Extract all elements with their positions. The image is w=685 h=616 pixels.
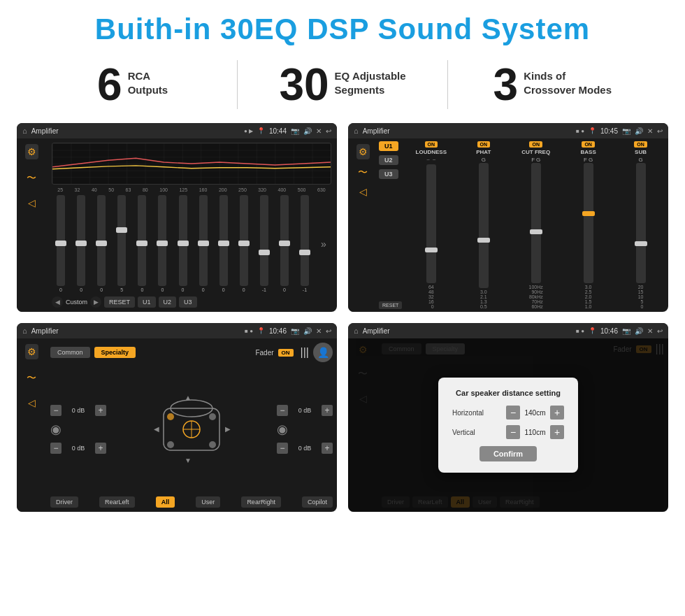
stat-divider-1 xyxy=(237,60,238,109)
eq-slider-1: 0 xyxy=(57,195,65,292)
reset-button-xover[interactable]: RESET xyxy=(379,301,402,309)
user-button[interactable]: User xyxy=(196,496,220,508)
u1-button-xover[interactable]: U1 xyxy=(379,141,398,151)
eq-slider-13: -1 xyxy=(301,195,309,292)
home-icon-3[interactable]: ⌂ xyxy=(22,327,27,335)
u1-button-1[interactable]: U1 xyxy=(138,296,156,308)
fader-sidebar: ⚙ 〜 ◁ xyxy=(17,338,46,512)
db-minus-rl[interactable]: − xyxy=(50,443,62,454)
stat-text-eq: EQ AdjustableSegments xyxy=(335,62,406,96)
app-title-4: Amplifier xyxy=(363,327,572,335)
db-val-rl: 0 dB xyxy=(64,445,92,452)
reset-button-1[interactable]: RESET xyxy=(104,296,135,308)
copilot-button[interactable]: Copilot xyxy=(302,496,333,508)
x-icon-2[interactable]: ✕ xyxy=(647,127,653,135)
dots-icon-1: ● ▶ xyxy=(244,128,253,134)
horizontal-value: 140cm xyxy=(523,409,547,417)
dialog-overlay: Car speaker distance setting Horizontal … xyxy=(348,338,668,512)
vertical-plus-button[interactable]: + xyxy=(550,425,564,439)
vol-icon-2: 🔊 xyxy=(635,127,643,135)
crossover-main: ON LOUDNESS ~~ 64 48 32 16 0 xyxy=(403,138,668,312)
db-minus-fl[interactable]: − xyxy=(50,405,62,416)
wave-icon-3[interactable]: 〜 xyxy=(27,372,36,385)
u2-button-1[interactable]: U2 xyxy=(159,296,177,308)
on-badge-bass: ON xyxy=(582,141,595,148)
sub-slider[interactable] xyxy=(636,163,646,283)
db-val-fl: 0 dB xyxy=(64,407,92,414)
cutfreq-slider[interactable] xyxy=(531,163,541,283)
x-icon-3[interactable]: ✕ xyxy=(316,327,322,335)
db-val-rr: 0 dB xyxy=(291,445,319,452)
db-plus-rl[interactable]: + xyxy=(95,443,106,454)
wave-icon[interactable]: 〜 xyxy=(27,172,36,185)
eq-icon[interactable]: ⚙ xyxy=(25,144,38,159)
loudness-slider[interactable] xyxy=(426,164,436,283)
next-preset-button[interactable]: ▶ xyxy=(90,296,101,308)
vertical-minus-button[interactable]: − xyxy=(506,425,520,439)
fader-bars-icon: ||| xyxy=(301,346,309,359)
bass-slider[interactable] xyxy=(584,163,593,283)
horizontal-plus-button[interactable]: + xyxy=(550,406,564,420)
driver-button[interactable]: Driver xyxy=(50,496,78,508)
ch-label-loudness: LOUDNESS xyxy=(416,149,447,155)
status-bar-1: ⌂ Amplifier ● ▶ 📍 10:44 📷 🔊 ✕ ↩ xyxy=(17,123,337,138)
rearleft-button[interactable]: RearLeft xyxy=(99,496,135,508)
prev-preset-button[interactable]: ◀ xyxy=(52,296,63,308)
home-icon-4[interactable]: ⌂ xyxy=(354,327,359,335)
xover-ch-phat: ON PHAT G 3.02.11.30.5 xyxy=(459,141,508,309)
specialty-mode-button[interactable]: Specialty xyxy=(94,347,136,358)
x-icon-4[interactable]: ✕ xyxy=(647,327,653,335)
common-mode-button[interactable]: Common xyxy=(50,347,90,358)
db-plus-fr[interactable]: + xyxy=(322,405,333,416)
fader-bottom-bar: Driver RearLeft All User RearRight Copil… xyxy=(50,496,333,508)
ch-label-cutfreq: CUT FREQ xyxy=(521,149,550,155)
rearright-button[interactable]: RearRight xyxy=(241,496,281,508)
x-icon-1[interactable]: ✕ xyxy=(316,127,322,135)
eq-bottom-bar: ◀ Custom ▶ RESET U1 U2 U3 xyxy=(52,296,331,308)
db-minus-fr[interactable]: − xyxy=(277,405,288,416)
vertical-value: 110cm xyxy=(523,429,547,436)
back-icon-1[interactable]: ↩ xyxy=(326,127,331,135)
phat-slider[interactable] xyxy=(479,163,489,288)
svg-point-8 xyxy=(167,441,174,448)
u3-button-1[interactable]: U3 xyxy=(179,296,197,308)
db-plus-fl[interactable]: + xyxy=(95,405,106,416)
back-icon-3[interactable]: ↩ xyxy=(326,327,331,335)
home-icon-2[interactable]: ⌂ xyxy=(354,127,359,135)
xover-ch-sub: ON SUB G 20151050 xyxy=(616,141,665,309)
fader-main: Common Specialty Fader ON ||| 👤 − 0 dB + xyxy=(46,338,337,512)
fader-on-toggle[interactable]: ON xyxy=(278,349,294,357)
eq-icon-2[interactable]: ⚙ xyxy=(356,144,370,159)
u2-button-xover[interactable]: U2 xyxy=(379,155,398,165)
db-control-rl: − 0 dB + xyxy=(50,443,106,454)
eq-slider-9: 0 xyxy=(219,195,228,292)
db-minus-rr[interactable]: − xyxy=(277,443,288,454)
eq-icon-3[interactable]: ⚙ xyxy=(25,344,38,359)
eq-main: 25 32 40 50 63 80 100 125 160 200 250 32… xyxy=(46,138,337,312)
eq-sliders-area: 0 0 0 5 0 xyxy=(52,195,331,292)
speaker-icon[interactable]: ◁ xyxy=(28,197,36,208)
vol-icon-3: 🔊 xyxy=(303,327,312,335)
back-icon-2[interactable]: ↩ xyxy=(657,127,663,135)
db-plus-rr[interactable]: + xyxy=(322,443,333,454)
eq-slider-8: 0 xyxy=(199,195,208,292)
svg-text:▲: ▲ xyxy=(185,394,192,401)
speaker-icon-2[interactable]: ◁ xyxy=(359,186,367,197)
back-icon-4[interactable]: ↩ xyxy=(657,327,663,335)
horizontal-minus-button[interactable]: − xyxy=(506,406,520,420)
on-badge-phat: ON xyxy=(477,141,491,148)
dots-icon-3: ■ ● xyxy=(245,328,253,334)
ch-label-bass: BASS xyxy=(581,149,596,155)
u3-button-xover[interactable]: U3 xyxy=(379,169,398,179)
expand-icon[interactable]: » xyxy=(321,195,326,292)
crossover-content: ⚙ 〜 ◁ U1 U2 U3 RESET ON LOUDNESS ~~ xyxy=(348,138,668,312)
home-icon-1[interactable]: ⌂ xyxy=(22,127,27,135)
all-button[interactable]: All xyxy=(156,496,175,508)
eq-slider-4: 5 xyxy=(117,195,126,292)
wave-icon-2[interactable]: 〜 xyxy=(358,166,368,179)
confirm-button[interactable]: Confirm xyxy=(480,446,537,461)
avatar-button[interactable]: 👤 xyxy=(313,343,333,362)
vol-icon-4: 🔊 xyxy=(635,327,643,335)
status-bar-4: ⌂ Amplifier ■ ● 📍 10:46 📷 🔊 ✕ ↩ xyxy=(348,323,668,338)
speaker-icon-3[interactable]: ◁ xyxy=(28,397,36,408)
